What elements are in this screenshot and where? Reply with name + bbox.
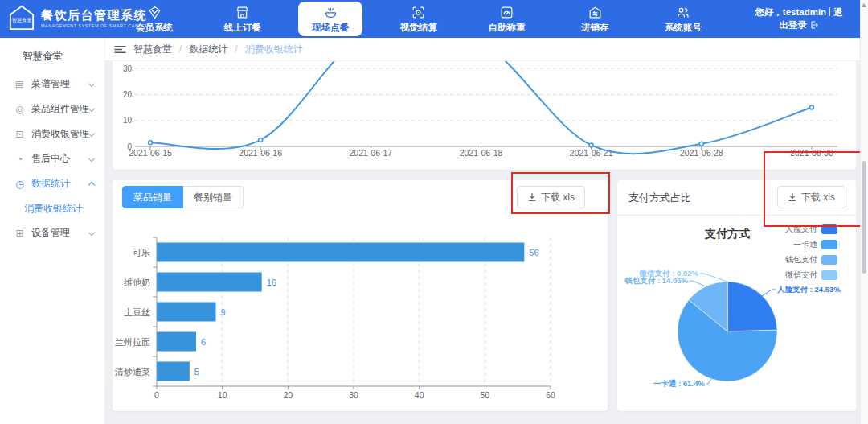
download-icon xyxy=(527,192,537,202)
payment-method-card: 支付方式占比 下载 xls 支付方式 人脸支付一卡通钱包支付微信支付 人脸支付 … xyxy=(617,180,856,411)
sidebar-item-recipe[interactable]: ▤ 菜谱管理 xyxy=(0,72,104,97)
legend-label: 一卡通 xyxy=(793,239,817,250)
cashier-icon: ⊡ xyxy=(14,129,26,140)
user-area: 您好，testadmin退出登录 xyxy=(751,6,847,31)
dish-sales-card: 菜品销量 餐别销量 下载 xls 0102030405060可乐56维他奶16土… xyxy=(113,180,608,411)
self-weighing-icon xyxy=(499,5,514,20)
nav-item-system-account[interactable]: 系统账号 xyxy=(651,0,715,38)
sidebar-item-aftersales[interactable]: ◔ 售后中心 xyxy=(0,146,104,171)
svg-text:清炒通菜: 清炒通菜 xyxy=(114,367,150,377)
svg-text:一卡通 : 61.4%: 一卡通 : 61.4% xyxy=(653,379,705,388)
svg-text:人脸支付 : 24.53%: 人脸支付 : 24.53% xyxy=(776,285,841,294)
svg-text:16: 16 xyxy=(267,278,276,287)
chevron-up-icon xyxy=(88,181,95,187)
svg-text:10: 10 xyxy=(123,116,133,125)
scrollbar-thumb[interactable] xyxy=(862,161,866,274)
tab-dish-sales[interactable]: 菜品销量 xyxy=(122,186,183,208)
nav-item-membership[interactable]: 会员系统 xyxy=(122,0,186,38)
membership-icon xyxy=(147,5,162,20)
legend-swatch xyxy=(821,255,837,265)
online-order-icon xyxy=(235,5,250,20)
svg-text:50: 50 xyxy=(480,390,489,400)
breadcrumb-separator: / xyxy=(235,43,237,55)
vision-checkout-icon xyxy=(411,5,426,20)
legend-item[interactable]: 微信支付 xyxy=(785,270,837,281)
breadcrumb: 智慧食堂 / 数据统计 / 消费收银统计 xyxy=(105,38,861,60)
breadcrumb-item-home[interactable]: 智慧食堂 xyxy=(133,43,172,56)
consumption-line-chart-card: 01020302021-06-152021-06-162021-06-17202… xyxy=(113,61,856,170)
svg-text:兰州拉面: 兰州拉面 xyxy=(115,337,150,347)
legend-swatch xyxy=(821,224,837,234)
legend-item[interactable]: 人脸支付 xyxy=(785,224,837,235)
download-xls-button[interactable]: 下载 xls xyxy=(517,186,585,208)
chevron-down-icon xyxy=(88,228,95,235)
download-xls-button[interactable]: 下载 xls xyxy=(777,186,845,208)
breadcrumb-item-current: 消费收银统计 xyxy=(245,43,303,56)
svg-text:6: 6 xyxy=(201,337,206,347)
statistics-icon: ◷ xyxy=(14,179,26,190)
svg-text:可乐: 可乐 xyxy=(133,248,150,257)
svg-text:56: 56 xyxy=(529,248,538,257)
svg-text:2021-06-18: 2021-06-18 xyxy=(460,148,503,158)
svg-text:2021-06-16: 2021-06-16 xyxy=(239,148,282,158)
top-navbar: 智慧食堂 餐饮后台管理系统 MANAGEMENT SYSTEM OF SMART… xyxy=(0,0,868,38)
app-window: 智慧食堂 餐饮后台管理系统 MANAGEMENT SYSTEM OF SMART… xyxy=(0,0,868,424)
sales-tabs: 菜品销量 餐别销量 xyxy=(122,186,244,208)
sidebar-item-statistics[interactable]: ◷ 数据统计 xyxy=(0,171,104,196)
logout-icon xyxy=(809,20,819,30)
device-icon: ⊞ xyxy=(14,228,26,239)
canteen-name: 智慧食堂 xyxy=(23,50,104,64)
system-account-icon xyxy=(675,5,690,20)
svg-text:9: 9 xyxy=(221,307,226,317)
svg-text:30: 30 xyxy=(349,390,358,400)
canteen-logo-icon: 智慧食堂 xyxy=(8,4,35,31)
panel-title: 支付方式占比 xyxy=(628,191,691,205)
breadcrumb-item-statistics[interactable]: 数据统计 xyxy=(189,43,227,56)
nav-item-online-order[interactable]: 线上订餐 xyxy=(211,0,275,38)
nav-item-vision-checkout[interactable]: 视觉结算 xyxy=(387,0,451,38)
sidebar-item-dish-component[interactable]: ◎ 菜品组件管理 xyxy=(0,97,104,121)
svg-text:30: 30 xyxy=(123,64,133,73)
svg-text:维他奶: 维他奶 xyxy=(124,278,150,287)
sidebar-item-cashier[interactable]: ⊡ 消费收银管理 xyxy=(0,121,104,146)
nav-item-self-weighing[interactable]: 自助称重 xyxy=(475,0,539,38)
divider xyxy=(829,7,830,16)
chevron-down-icon xyxy=(88,130,95,136)
svg-text:2021-06-28: 2021-06-28 xyxy=(680,148,723,158)
svg-text:60: 60 xyxy=(546,390,555,400)
nav-item-onsite-order[interactable]: 现场点餐 xyxy=(298,2,362,36)
svg-text:微信支付 : 0.02%: 微信支付 : 0.02% xyxy=(639,269,699,278)
chevron-down-icon xyxy=(88,154,95,161)
svg-text:2021-06-17: 2021-06-17 xyxy=(349,148,392,158)
svg-text:土豆丝: 土豆丝 xyxy=(124,307,150,317)
scroll-up-arrow[interactable] xyxy=(862,3,866,7)
vertical-scrollbar[interactable] xyxy=(860,0,868,424)
legend-label: 人脸支付 xyxy=(785,224,817,235)
sidebar-item-device[interactable]: ⊞ 设备管理 xyxy=(0,220,104,245)
tab-meal-sales[interactable]: 餐别销量 xyxy=(183,186,244,208)
svg-text:智慧食堂: 智慧食堂 xyxy=(12,17,32,23)
legend-swatch xyxy=(821,240,837,249)
svg-text:2021-06-30: 2021-06-30 xyxy=(790,148,833,158)
svg-text:40: 40 xyxy=(415,390,424,400)
legend-swatch xyxy=(821,270,837,280)
onsite-order-icon xyxy=(323,5,338,20)
legend-item[interactable]: 一卡通 xyxy=(793,239,837,250)
legend-label: 微信支付 xyxy=(785,270,817,281)
sidebar: 智慧食堂 ▤ 菜谱管理 ◎ 菜品组件管理 ⊡ 消费收银管理 ◔ 售后中心 ◷ 数… xyxy=(0,38,105,424)
inventory-icon xyxy=(588,5,603,20)
chevron-down-icon xyxy=(88,105,95,111)
chevron-down-icon xyxy=(88,80,95,86)
legend-item[interactable]: 钱包支付 xyxy=(785,254,837,266)
svg-text:20: 20 xyxy=(123,90,133,99)
download-icon xyxy=(788,192,797,202)
svg-text:10: 10 xyxy=(218,390,227,400)
svg-text:20: 20 xyxy=(283,390,293,400)
nav-item-inventory[interactable]: 进销存 xyxy=(563,0,627,38)
pie-legend: 人脸支付一卡通钱包支付微信支付 xyxy=(785,224,837,281)
menu-fold-icon[interactable] xyxy=(114,44,126,55)
breadcrumb-separator: / xyxy=(179,43,182,55)
sidebar-subitem-consumption-stats[interactable]: 消费收银统计 xyxy=(0,196,104,220)
svg-text:0: 0 xyxy=(154,390,159,400)
legend-label: 钱包支付 xyxy=(785,254,817,266)
